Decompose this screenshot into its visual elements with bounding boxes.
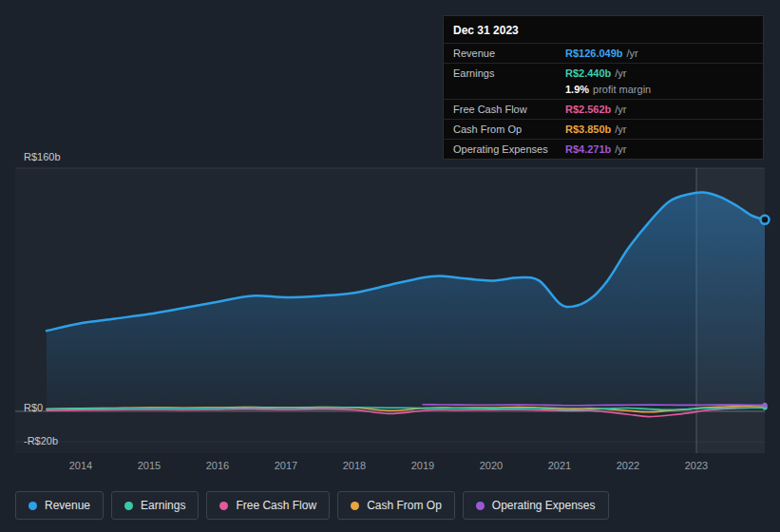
chart-legend: Revenue Earnings Free Cash Flow Cash Fro… (15, 491, 609, 520)
tooltip-row-revenue: Revenue R$126.049b /yr (444, 43, 763, 63)
tooltip-row-earnings: Earnings R$2.440b /yr (444, 63, 763, 83)
legend-label: Operating Expenses (492, 499, 596, 512)
tooltip-suffix: profit margin (593, 83, 651, 96)
legend-item-earnings[interactable]: Earnings (111, 491, 199, 520)
revenue-dot-icon (29, 502, 37, 510)
tooltip-label: Earnings (453, 66, 565, 80)
tooltip-row-free-cash-flow: Free Cash Flow R$2.562b /yr (444, 99, 763, 119)
legend-item-cash-from-op[interactable]: Cash From Op (337, 491, 455, 520)
legend-label: Earnings (141, 499, 185, 512)
x-tick-label: 2015 (125, 460, 173, 471)
legend-item-operating-expenses[interactable]: Operating Expenses (463, 491, 609, 520)
x-tick-label: 2014 (57, 460, 105, 471)
tooltip-suffix: /yr (627, 47, 638, 60)
legend-label: Free Cash Flow (236, 499, 316, 512)
operating-expenses-dot-icon (476, 502, 485, 510)
tooltip-row-profit-margin: 1.9% profit margin (444, 83, 763, 99)
tooltip-suffix: /yr (615, 142, 626, 156)
tooltip-row-operating-expenses: Operating Expenses R$4.271b /yr (444, 139, 763, 159)
x-tick-label: 2021 (536, 460, 583, 471)
legend-item-revenue[interactable]: Revenue (15, 491, 104, 520)
tooltip-row-cash-from-op: Cash From Op R$3.850b /yr (444, 119, 763, 139)
tooltip-value: R$3.850b (565, 123, 611, 136)
tooltip-value: R$4.271b (565, 142, 611, 156)
tooltip-value: R$2.440b (565, 66, 611, 80)
x-tick-label: 2023 (673, 460, 720, 471)
chart-plot-area[interactable] (15, 168, 765, 453)
x-tick-label: 2019 (399, 460, 447, 471)
legend-item-free-cash-flow[interactable]: Free Cash Flow (206, 491, 330, 520)
x-tick-label: 2016 (194, 460, 241, 471)
y-axis-label-top: R$160b (24, 151, 61, 162)
x-tick-label: 2018 (331, 460, 378, 471)
tooltip-date: Dec 31 2023 (444, 16, 763, 43)
x-tick-label: 2020 (467, 460, 515, 471)
tooltip: Dec 31 2023 Revenue R$126.049b /yr Earni… (443, 15, 764, 160)
tooltip-label: Operating Expenses (453, 142, 565, 156)
tooltip-suffix: /yr (615, 66, 626, 80)
cash-from-op-dot-icon (351, 502, 359, 510)
tooltip-label: Revenue (453, 47, 565, 60)
tooltip-value: 1.9% (565, 83, 589, 96)
free-cash-flow-dot-icon (219, 502, 228, 510)
earnings-dot-icon (124, 502, 133, 510)
chart-svg[interactable] (15, 168, 765, 453)
legend-label: Cash From Op (367, 499, 442, 512)
legend-label: Revenue (45, 499, 90, 512)
tooltip-suffix: /yr (615, 103, 626, 116)
tooltip-value: R$126.049b (565, 47, 623, 60)
tooltip-label: Cash From Op (453, 123, 565, 136)
tooltip-value: R$2.562b (565, 103, 611, 116)
tooltip-label: Free Cash Flow (453, 103, 565, 116)
x-tick-label: 2022 (604, 460, 652, 471)
tooltip-suffix: /yr (615, 123, 626, 136)
x-axis-labels: 2014201520162017201820192020202120222023 (15, 460, 765, 475)
x-tick-label: 2017 (262, 460, 310, 471)
